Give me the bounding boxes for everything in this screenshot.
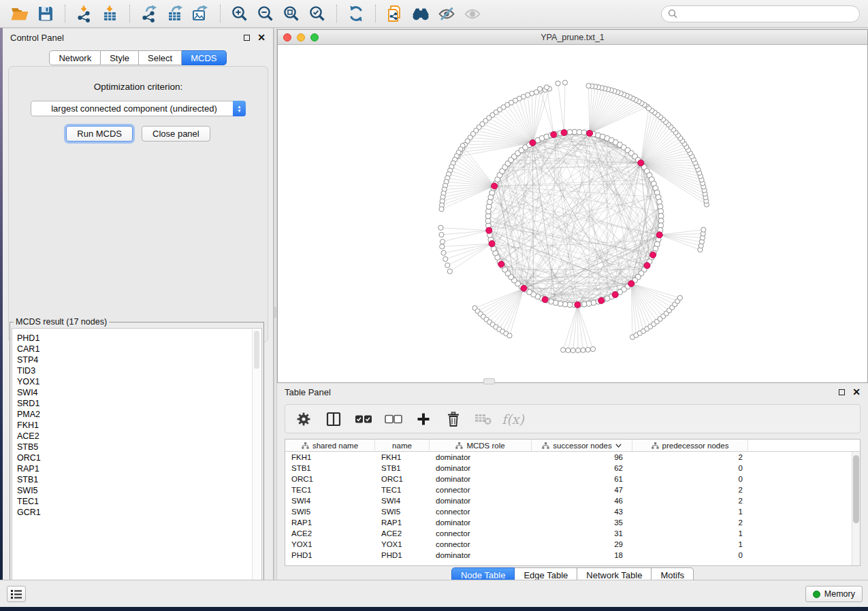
mcds-result-item[interactable]: STB5: [17, 442, 261, 452]
search-box[interactable]: [661, 5, 860, 22]
cell-successor_nodes: 47: [532, 484, 632, 495]
tab-select[interactable]: Select: [139, 50, 182, 65]
zoom-in-icon[interactable]: [228, 3, 251, 24]
select-all-icon[interactable]: [354, 410, 372, 428]
window-minimize-icon[interactable]: [297, 33, 305, 42]
horizontal-split-handle[interactable]: [483, 378, 495, 384]
memory-button[interactable]: Memory: [805, 586, 863, 602]
table-row[interactable]: FKH1FKH1dominator962: [285, 452, 860, 463]
cell-name: SWI5: [375, 506, 430, 517]
share-document-icon[interactable]: [383, 3, 406, 24]
close-table-panel-icon[interactable]: ✕: [852, 389, 861, 395]
table-panel: Table Panel ✕ f(x) shared namenameMCDS r…: [277, 383, 868, 580]
search-input[interactable]: [681, 9, 853, 18]
mcds-result-item[interactable]: STP4: [17, 354, 261, 365]
cell-successor_nodes: 35: [532, 517, 632, 528]
mcds-result-item[interactable]: CAR1: [17, 344, 261, 354]
toolbar-icon-groups: [7, 3, 485, 24]
table-row[interactable]: ACE2ACE2connector311: [285, 528, 860, 539]
mcds-result-item[interactable]: GCR1: [17, 507, 261, 518]
close-panel-button[interactable]: Close panel: [142, 126, 210, 142]
table-row[interactable]: STB1STB1dominator620: [285, 463, 860, 474]
mcds-result-item[interactable]: ACE2: [17, 431, 261, 442]
column-header-filler: [748, 440, 860, 452]
mcds-result-item[interactable]: RAP1: [17, 463, 261, 474]
zoom-selected-icon[interactable]: [306, 3, 329, 24]
open-session-icon[interactable]: [8, 3, 31, 24]
cell-name: PHD1: [375, 550, 430, 561]
mcds-result-item[interactable]: SWI5: [17, 485, 261, 496]
tab-network[interactable]: Network: [49, 50, 101, 65]
mcds-result-item[interactable]: FKH1: [17, 420, 261, 431]
vertical-split-handle[interactable]: [274, 307, 276, 318]
cell-filler: [748, 484, 860, 495]
table-row[interactable]: ORC1ORC1dominator610: [285, 474, 860, 484]
export-network-icon[interactable]: [138, 3, 161, 24]
mcds-list-scrollbar[interactable]: [252, 329, 261, 595]
network-canvas[interactable]: [278, 45, 867, 382]
export-table-icon[interactable]: [163, 3, 187, 24]
cell-shared_name: RAP1: [285, 517, 375, 528]
mcds-result-list[interactable]: PHD1CAR1STP4TID3YOX1SWI4SRD1PMA2FKH1ACE2…: [12, 328, 262, 597]
table-row[interactable]: SWI5SWI5connector431: [285, 506, 860, 517]
network-graph[interactable]: [278, 45, 867, 382]
column-header-successor-nodes[interactable]: successor nodes: [532, 440, 632, 452]
mcds-result-item[interactable]: SWI4: [17, 387, 261, 398]
deselect-all-icon[interactable]: [384, 410, 402, 428]
status-menu-button[interactable]: [7, 586, 26, 602]
column-header-name[interactable]: name: [375, 440, 430, 452]
mcds-result-item[interactable]: TEC1: [17, 496, 261, 507]
mcds-result-item[interactable]: TID3: [17, 365, 261, 376]
close-panel-icon[interactable]: ✕: [257, 34, 266, 41]
float-table-panel-icon[interactable]: [839, 389, 845, 395]
refresh-layout-icon[interactable]: [344, 3, 368, 24]
search-network-icon[interactable]: [409, 3, 432, 24]
table-row[interactable]: PHD1PHD1dominator180: [285, 550, 860, 561]
delete-row-icon[interactable]: [444, 410, 462, 428]
tab-mcds[interactable]: MCDS: [182, 50, 226, 65]
mcds-result-item[interactable]: PHD1: [17, 333, 261, 344]
table-row[interactable]: TEC1TEC1connector472: [285, 484, 860, 495]
cell-filler: [748, 506, 860, 517]
criterion-label: Optimization criterion:: [9, 82, 268, 92]
window-close-icon[interactable]: [283, 33, 291, 42]
column-header-shared-name[interactable]: shared name: [285, 440, 375, 452]
run-mcds-button[interactable]: Run MCDS: [66, 126, 133, 142]
cell-shared_name: SWI5: [285, 506, 375, 517]
table-row[interactable]: SWI4SWI4dominator462: [285, 495, 860, 506]
cell-filler: [748, 463, 860, 474]
table-scrollbar[interactable]: [852, 452, 860, 565]
cell-predecessor_nodes: 1: [632, 539, 748, 550]
column-header-predecessor-nodes[interactable]: predecessor nodes: [632, 440, 748, 452]
mcds-result-item[interactable]: PMA2: [17, 409, 261, 420]
column-header-mcds-role[interactable]: MCDS role: [430, 440, 532, 452]
tab-style[interactable]: Style: [101, 50, 139, 65]
status-bar: Memory: [0, 580, 868, 607]
table-row[interactable]: YOX1YOX1connector291: [285, 539, 860, 550]
mcds-result-item[interactable]: STB1: [17, 474, 261, 485]
float-panel-icon[interactable]: [244, 35, 250, 41]
cell-successor_nodes: 46: [532, 495, 632, 506]
add-row-icon[interactable]: [414, 410, 432, 428]
mcds-result-item[interactable]: SRD1: [17, 398, 261, 409]
cell-predecessor_nodes: 2: [632, 517, 748, 528]
cell-mcds_role: dominator: [430, 452, 532, 463]
import-table-icon[interactable]: [99, 3, 122, 24]
settings-icon[interactable]: [294, 410, 312, 428]
save-session-icon[interactable]: [34, 3, 57, 24]
window-maximize-icon[interactable]: [310, 33, 319, 42]
zoom-fit-icon[interactable]: [280, 3, 303, 24]
cell-shared_name: YOX1: [285, 539, 375, 550]
hide-selected-icon[interactable]: [435, 3, 458, 24]
mcds-result-item[interactable]: ORC1: [17, 452, 261, 463]
columns-icon[interactable]: [324, 410, 342, 428]
network-window-titlebar[interactable]: YPA_prune.txt_1: [278, 30, 867, 45]
criterion-select[interactable]: largest connected component (undirected)…: [31, 101, 246, 116]
zoom-out-icon[interactable]: [254, 3, 277, 24]
mcds-result-item[interactable]: YOX1: [17, 376, 261, 387]
export-image-icon[interactable]: [189, 3, 212, 24]
cell-mcds_role: connector: [430, 539, 532, 550]
main-toolbar: [0, 0, 868, 28]
import-network-icon[interactable]: [73, 3, 96, 24]
table-row[interactable]: RAP1RAP1dominator352: [285, 517, 860, 528]
